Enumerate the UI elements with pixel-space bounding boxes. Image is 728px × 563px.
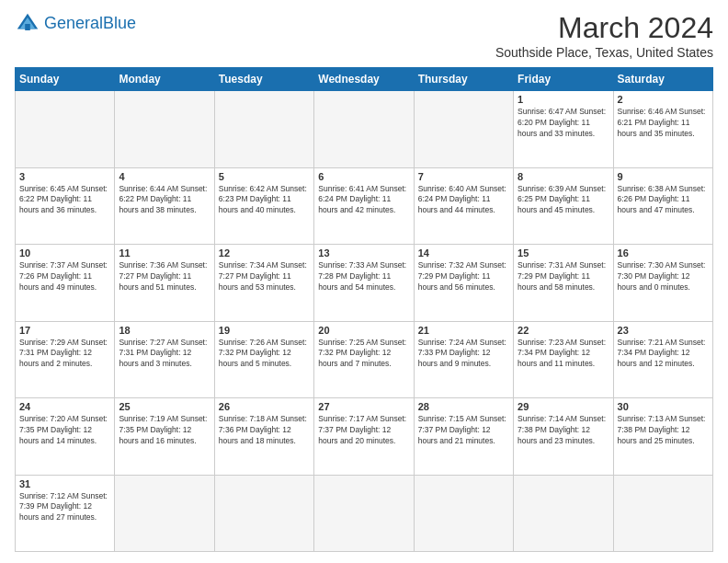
day-number: 6 [318, 171, 409, 182]
calendar-cell: 23Sunrise: 7:21 AM Sunset: 7:34 PM Dayli… [613, 321, 712, 398]
calendar-cell: 6Sunrise: 6:41 AM Sunset: 6:24 PM Daylig… [314, 167, 414, 245]
calendar-table: Sunday Monday Tuesday Wednesday Thursday… [15, 67, 713, 552]
day-number: 4 [119, 171, 210, 182]
col-monday: Monday [115, 68, 214, 91]
day-info: Sunrise: 7:14 AM Sunset: 7:38 PM Dayligh… [518, 414, 609, 447]
day-number: 5 [219, 171, 310, 182]
col-thursday: Thursday [414, 68, 513, 91]
day-info: Sunrise: 7:20 AM Sunset: 7:35 PM Dayligh… [19, 414, 110, 447]
calendar-cell: 4Sunrise: 6:44 AM Sunset: 6:22 PM Daylig… [115, 167, 214, 245]
calendar-cell: 7Sunrise: 6:40 AM Sunset: 6:24 PM Daylig… [414, 167, 513, 245]
calendar-week-4: 17Sunrise: 7:29 AM Sunset: 7:31 PM Dayli… [16, 321, 713, 398]
calendar-cell: 27Sunrise: 7:17 AM Sunset: 7:37 PM Dayli… [314, 398, 414, 476]
day-info: Sunrise: 7:36 AM Sunset: 7:27 PM Dayligh… [119, 260, 210, 293]
day-number: 11 [119, 247, 210, 259]
col-tuesday: Tuesday [214, 68, 313, 91]
logo-general: General [44, 14, 103, 32]
day-info: Sunrise: 7:25 AM Sunset: 7:32 PM Dayligh… [318, 338, 409, 371]
day-info: Sunrise: 6:38 AM Sunset: 6:26 PM Dayligh… [618, 184, 709, 217]
day-number: 7 [418, 171, 509, 182]
calendar-cell: 31Sunrise: 7:12 AM Sunset: 7:39 PM Dayli… [16, 475, 115, 552]
day-info: Sunrise: 7:12 AM Sunset: 7:39 PM Dayligh… [19, 491, 110, 524]
day-number: 9 [618, 171, 709, 182]
header: GeneralBlue March 2024 Southside Place, … [15, 11, 713, 60]
day-number: 28 [418, 401, 509, 412]
day-number: 8 [518, 171, 609, 182]
day-number: 22 [518, 325, 609, 336]
calendar-cell: 30Sunrise: 7:13 AM Sunset: 7:38 PM Dayli… [613, 398, 712, 476]
svg-rect-2 [25, 24, 30, 30]
calendar-cell: 5Sunrise: 6:42 AM Sunset: 6:23 PM Daylig… [214, 167, 313, 245]
calendar-cell: 19Sunrise: 7:26 AM Sunset: 7:32 PM Dayli… [214, 321, 313, 398]
calendar-cell: 11Sunrise: 7:36 AM Sunset: 7:27 PM Dayli… [115, 245, 214, 322]
calendar-cell [115, 475, 214, 552]
calendar-cell [414, 91, 513, 168]
col-friday: Friday [514, 68, 613, 91]
calendar-cell: 17Sunrise: 7:29 AM Sunset: 7:31 PM Dayli… [16, 321, 115, 398]
calendar-cell: 18Sunrise: 7:27 AM Sunset: 7:31 PM Dayli… [115, 321, 214, 398]
calendar-cell: 12Sunrise: 7:34 AM Sunset: 7:27 PM Dayli… [214, 245, 313, 322]
calendar-cell: 29Sunrise: 7:14 AM Sunset: 7:38 PM Dayli… [514, 398, 613, 476]
logo-icon [15, 11, 40, 37]
calendar-cell [214, 475, 313, 552]
day-number: 15 [518, 247, 609, 259]
day-number: 18 [119, 325, 210, 336]
day-number: 10 [19, 247, 110, 259]
day-info: Sunrise: 7:37 AM Sunset: 7:26 PM Dayligh… [19, 260, 110, 293]
day-number: 12 [219, 247, 310, 259]
calendar-cell: 3Sunrise: 6:45 AM Sunset: 6:22 PM Daylig… [16, 167, 115, 245]
day-number: 25 [119, 401, 210, 412]
day-info: Sunrise: 7:27 AM Sunset: 7:31 PM Dayligh… [119, 338, 210, 371]
day-info: Sunrise: 7:19 AM Sunset: 7:35 PM Dayligh… [119, 414, 210, 447]
logo-blue: Blue [103, 14, 136, 32]
day-info: Sunrise: 7:23 AM Sunset: 7:34 PM Dayligh… [518, 338, 609, 371]
page: GeneralBlue March 2024 Southside Place, … [0, 0, 728, 563]
calendar-cell [16, 91, 115, 168]
day-info: Sunrise: 7:30 AM Sunset: 7:30 PM Dayligh… [618, 260, 709, 293]
calendar-week-6: 31Sunrise: 7:12 AM Sunset: 7:39 PM Dayli… [16, 475, 713, 552]
col-sunday: Sunday [16, 68, 115, 91]
calendar-week-2: 3Sunrise: 6:45 AM Sunset: 6:22 PM Daylig… [16, 167, 713, 245]
calendar-cell: 20Sunrise: 7:25 AM Sunset: 7:32 PM Dayli… [314, 321, 414, 398]
day-number: 2 [618, 94, 709, 105]
day-info: Sunrise: 6:44 AM Sunset: 6:22 PM Dayligh… [119, 184, 210, 217]
calendar-header-row: Sunday Monday Tuesday Wednesday Thursday… [16, 68, 713, 91]
day-number: 3 [19, 171, 110, 182]
calendar-cell: 25Sunrise: 7:19 AM Sunset: 7:35 PM Dayli… [115, 398, 214, 476]
logo-text: GeneralBlue [44, 15, 136, 33]
calendar-cell: 2Sunrise: 6:46 AM Sunset: 6:21 PM Daylig… [613, 91, 712, 168]
logo: GeneralBlue [15, 11, 136, 37]
day-number: 30 [618, 401, 709, 412]
calendar-cell [214, 91, 313, 168]
calendar-cell: 15Sunrise: 7:31 AM Sunset: 7:29 PM Dayli… [514, 245, 613, 322]
calendar-cell: 28Sunrise: 7:15 AM Sunset: 7:37 PM Dayli… [414, 398, 513, 476]
calendar-cell: 14Sunrise: 7:32 AM Sunset: 7:29 PM Dayli… [414, 245, 513, 322]
day-number: 16 [618, 247, 709, 259]
calendar-cell: 26Sunrise: 7:18 AM Sunset: 7:36 PM Dayli… [214, 398, 313, 476]
day-info: Sunrise: 7:21 AM Sunset: 7:34 PM Dayligh… [618, 338, 709, 371]
calendar-cell: 13Sunrise: 7:33 AM Sunset: 7:28 PM Dayli… [314, 245, 414, 322]
calendar-cell [514, 475, 613, 552]
day-info: Sunrise: 7:34 AM Sunset: 7:27 PM Dayligh… [219, 260, 310, 293]
day-number: 20 [318, 325, 409, 336]
calendar-week-5: 24Sunrise: 7:20 AM Sunset: 7:35 PM Dayli… [16, 398, 713, 476]
day-number: 23 [618, 325, 709, 336]
day-number: 17 [19, 325, 110, 336]
subtitle: Southside Place, Texas, United States [495, 45, 713, 60]
calendar-cell: 21Sunrise: 7:24 AM Sunset: 7:33 PM Dayli… [414, 321, 513, 398]
calendar-cell: 16Sunrise: 7:30 AM Sunset: 7:30 PM Dayli… [613, 245, 712, 322]
day-info: Sunrise: 6:39 AM Sunset: 6:25 PM Dayligh… [518, 184, 609, 217]
calendar-week-1: 1Sunrise: 6:47 AM Sunset: 6:20 PM Daylig… [16, 91, 713, 168]
day-info: Sunrise: 7:31 AM Sunset: 7:29 PM Dayligh… [518, 260, 609, 293]
day-info: Sunrise: 7:32 AM Sunset: 7:29 PM Dayligh… [418, 260, 509, 293]
day-number: 1 [518, 94, 609, 105]
day-number: 14 [418, 247, 509, 259]
day-info: Sunrise: 6:42 AM Sunset: 6:23 PM Dayligh… [219, 184, 310, 217]
calendar-cell: 24Sunrise: 7:20 AM Sunset: 7:35 PM Dayli… [16, 398, 115, 476]
day-info: Sunrise: 7:33 AM Sunset: 7:28 PM Dayligh… [318, 260, 409, 293]
day-info: Sunrise: 6:45 AM Sunset: 6:22 PM Dayligh… [19, 184, 110, 217]
col-saturday: Saturday [613, 68, 712, 91]
calendar-cell: 9Sunrise: 6:38 AM Sunset: 6:26 PM Daylig… [613, 167, 712, 245]
day-number: 19 [219, 325, 310, 336]
day-info: Sunrise: 6:46 AM Sunset: 6:21 PM Dayligh… [618, 107, 709, 140]
